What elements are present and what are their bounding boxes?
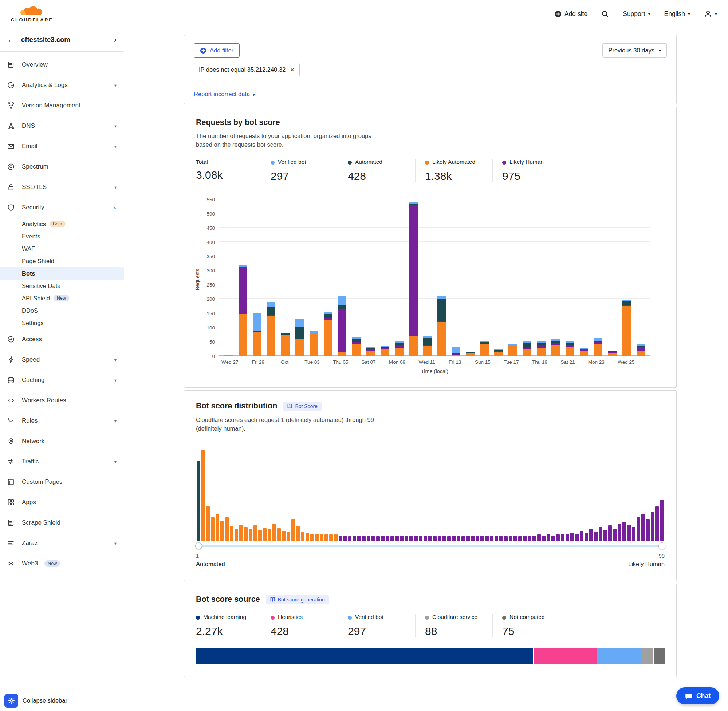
x-tick-label — [547, 359, 561, 365]
add-site-button[interactable]: Add site — [555, 10, 588, 18]
user-icon — [704, 10, 712, 18]
sidebar-item-workers-routes[interactable]: Workers Routes — [0, 390, 124, 411]
search-icon[interactable] — [601, 10, 609, 18]
sidebar-subitem-label: Events — [22, 233, 40, 240]
sidebar-item-dns[interactable]: DNS▾ — [0, 116, 124, 136]
stat-label-text[interactable]: Machine learning — [203, 614, 246, 621]
close-icon[interactable]: ✕ — [290, 66, 295, 73]
sidebar-item-scrape-shield[interactable]: Scrape Shield — [0, 513, 124, 533]
distribution-bar — [419, 536, 422, 541]
legend-dot — [502, 616, 506, 620]
chat-button[interactable]: Chat — [676, 687, 719, 704]
account-menu[interactable]: ▾ — [704, 10, 717, 18]
legend-dot — [502, 161, 506, 165]
collapse-sidebar-button[interactable]: Collapse sidebar — [22, 697, 67, 704]
sidebar-item-caching[interactable]: Caching▾ — [0, 370, 124, 390]
sidebar-item-zaraz[interactable]: Zaraz▾ — [0, 533, 124, 553]
likely-automated-segment — [636, 351, 645, 356]
likely-automated-segment — [338, 352, 346, 356]
mail-icon — [7, 143, 15, 150]
back-arrow-icon[interactable]: ← — [7, 35, 15, 44]
top-bar: CLOUDFLARE Add site Support ▾ English ▾ … — [0, 0, 728, 28]
bot-score-badge[interactable]: Bot Score — [283, 401, 321, 411]
distribution-bar — [546, 534, 550, 541]
sidebar-item-security[interactable]: Security∧ — [0, 197, 124, 218]
stat-label-text[interactable]: Heuristics — [278, 614, 303, 621]
sidebar-item-security-bots[interactable]: Bots — [0, 267, 124, 280]
stat-label-text[interactable]: Likely Automated — [432, 159, 475, 167]
settings-gear-button[interactable] — [4, 694, 18, 708]
sidebar-item-custom-pages[interactable]: Custom Pages — [0, 472, 124, 492]
distribution-bar — [452, 535, 456, 541]
bar-column — [349, 337, 363, 356]
stat-label-text[interactable]: Not computed — [509, 614, 545, 621]
distribution-bar — [254, 525, 257, 541]
sidebar-item-apps[interactable]: Apps — [0, 492, 124, 513]
distribution-bar — [428, 535, 432, 541]
sidebar-item-network[interactable]: Network — [0, 431, 124, 451]
sidebar-item-overview[interactable]: Overview — [0, 55, 124, 75]
sidebar-item-security-page-shield[interactable]: Page Shield — [0, 255, 124, 267]
sidebar-item-security-analytics[interactable]: AnalyticsBeta — [0, 218, 124, 230]
sidebar-item-version-management[interactable]: Version Management — [0, 95, 124, 116]
chevron-right-icon[interactable]: › — [114, 35, 117, 44]
distribution-bars[interactable] — [196, 446, 665, 541]
sidebar-item-rules[interactable]: Rules▾ — [0, 411, 124, 431]
stat-label-text[interactable]: Automated — [355, 159, 382, 167]
book-icon — [270, 597, 275, 602]
bar-column — [292, 319, 307, 356]
sidebar-item-spectrum[interactable]: Spectrum — [0, 156, 124, 177]
stat-label: Likely Human — [502, 159, 557, 167]
bot-score-source-card: Bot score source Bot score generation Ma… — [184, 584, 677, 677]
support-menu[interactable]: Support ▾ — [623, 10, 650, 18]
source-stacked-bar[interactable] — [196, 648, 665, 664]
add-filter-button[interactable]: Add filter — [194, 43, 240, 58]
verified-bot-segment — [253, 313, 261, 331]
stat-value: 428 — [348, 170, 403, 182]
distribution-bar — [641, 514, 645, 541]
report-incorrect-data-link[interactable]: Report incorrect data ▸ — [184, 84, 676, 104]
slider-handle-max[interactable] — [659, 543, 665, 549]
distribution-bar — [447, 536, 451, 541]
distribution-bar — [325, 534, 328, 541]
sidebar-item-access[interactable]: Access — [0, 329, 124, 350]
bar-stack — [253, 313, 261, 356]
chevron-down-icon: ▾ — [114, 541, 117, 546]
sidebar-item-security-sensitive-data[interactable]: Sensitive Data — [0, 280, 124, 292]
sidebar-item-speed[interactable]: Speed▾ — [0, 350, 124, 370]
bar-column — [520, 341, 534, 356]
stat-label-text[interactable]: Cloudflare service — [432, 614, 477, 621]
slider-track[interactable] — [197, 544, 663, 547]
sidebar-item-security-events[interactable]: Events — [0, 230, 124, 242]
sidebar-item-ssl-tls[interactable]: SSL/TLS▾ — [0, 177, 124, 197]
sidebar-item-label: Spectrum — [22, 163, 49, 170]
sidebar-item-traffic[interactable]: Traffic▾ — [0, 451, 124, 472]
requests-chart[interactable]: Requests 0501001502002503003504004505005… — [196, 199, 665, 374]
bar-stack — [608, 351, 617, 356]
bot-score-generation-badge[interactable]: Bot score generation — [266, 595, 329, 604]
stat-label-text[interactable]: Likely Human — [509, 159, 544, 167]
sidebar-item-security-ddos[interactable]: DDoS — [0, 304, 124, 317]
stat-label: Heuristics — [270, 614, 326, 621]
likely-human-caption: Likely Human — [628, 561, 665, 568]
slider-max-label: 99 — [659, 553, 665, 559]
x-tick-label — [519, 359, 532, 365]
distribution-bar — [244, 527, 248, 541]
likely-automated-segment — [366, 351, 375, 356]
sidebar-item-security-settings[interactable]: Settings — [0, 317, 124, 329]
sidebar-item-web3[interactable]: Web3New — [0, 553, 124, 574]
stat-value: 75 — [502, 625, 557, 637]
sidebar-item-analytics-logs[interactable]: Analytics & Logs▾ — [0, 75, 124, 95]
stat-label-text[interactable]: Verified bot — [278, 159, 306, 167]
chart-bars[interactable] — [219, 199, 650, 356]
language-menu[interactable]: English ▾ — [664, 10, 690, 18]
stat-label-text[interactable]: Verified bot — [355, 614, 384, 621]
date-range-button[interactable]: Previous 30 days ▾ — [602, 43, 667, 58]
sidebar-subitem-label: Bots — [22, 270, 35, 277]
sidebar-item-security-waf[interactable]: WAF — [0, 242, 124, 255]
sidebar-item-security-api-shield[interactable]: API ShieldNew — [0, 292, 124, 304]
filter-chip[interactable]: IP does not equal 35.212.240.32 ✕ — [194, 63, 300, 77]
slider-handle-min[interactable] — [195, 543, 202, 549]
sidebar-item-label: Zaraz — [22, 540, 37, 547]
sidebar-item-email[interactable]: Email▾ — [0, 136, 124, 156]
